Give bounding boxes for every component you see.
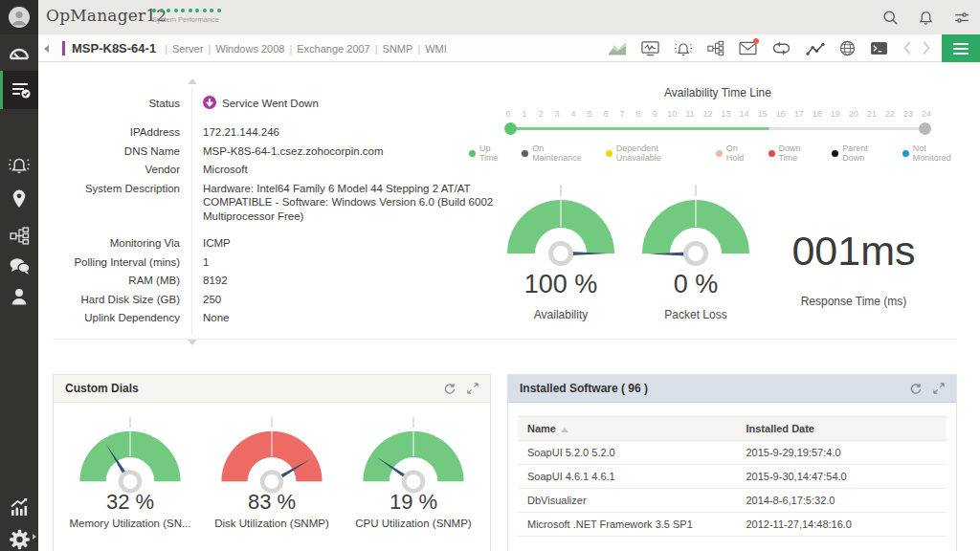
prev-page-icon[interactable]	[902, 39, 913, 56]
performance-chart-icon[interactable]	[608, 40, 627, 56]
terminal-icon[interactable]	[870, 41, 888, 55]
timeline-tick: 7	[618, 109, 626, 119]
timeline-tick: 0	[504, 109, 512, 119]
back-icon[interactable]	[44, 45, 49, 53]
speedometer-icon	[8, 43, 31, 64]
report-chart-icon	[9, 497, 30, 517]
software-installed-date: 2012-11-27,14:48:16.0	[736, 513, 947, 537]
sort-asc-icon	[561, 428, 568, 432]
detail-row: Uplink DependencyNone	[57, 309, 498, 328]
app-logo: OpManager12	[46, 6, 167, 25]
line-graph-icon[interactable]	[806, 41, 825, 56]
expand-icon[interactable]	[467, 383, 479, 395]
dial-value: 83 %	[202, 490, 342, 515]
refresh-icon[interactable]	[909, 383, 922, 395]
table-row[interactable]: Microsoft .NET Framework 3.5 SP12012-11-…	[518, 513, 947, 537]
legend-label: Parent Down	[842, 143, 892, 163]
gauge-tick	[271, 417, 273, 456]
monitor-graph-icon[interactable]	[641, 40, 659, 56]
topology-icon	[10, 227, 30, 245]
dial-value: 32 %	[60, 490, 200, 515]
breadcrumb: |Server|Windows 2008|Exchange 2007|SNMP|…	[160, 43, 447, 55]
dial-gauge	[77, 428, 185, 481]
legend-label: On Maintenance	[532, 143, 595, 163]
timeline-tick: 13	[722, 109, 731, 119]
sidebar-item-inventory[interactable]	[0, 71, 38, 109]
status-dots	[152, 9, 221, 12]
timeline-tick: 15	[758, 109, 768, 119]
timeline-uptime-segment	[510, 127, 769, 130]
breadcrumb-item[interactable]: SNMP	[383, 43, 413, 55]
settings-sliders-icon[interactable]	[953, 10, 970, 26]
detail-value: 172.21.144.246	[180, 125, 498, 140]
timeline-tick: 6	[602, 109, 610, 119]
alarm-bell-icon	[8, 155, 31, 175]
sidebar-item-topology[interactable]	[0, 220, 38, 251]
detail-value: Microsoft	[180, 163, 498, 177]
detail-label: Polling Interval (mins)	[57, 255, 180, 270]
search-icon[interactable]	[882, 10, 899, 26]
detail-label: System Description	[57, 182, 180, 224]
breadcrumb-item[interactable]: Windows 2008	[215, 43, 284, 55]
legend-label: On Hold	[726, 143, 758, 163]
refresh-icon[interactable]	[443, 383, 456, 395]
sidebar-item-chat[interactable]	[0, 251, 38, 281]
alarm-bell-icon[interactable]	[674, 40, 693, 57]
table-row[interactable]: DbVisualizer2014-8-6,17:5:32.0	[518, 489, 947, 513]
dial-gauge	[360, 428, 468, 481]
timeline-tick: 2	[537, 109, 545, 119]
response-time: 001ms Response Time (ms)	[758, 228, 949, 308]
next-page-icon[interactable]	[921, 39, 932, 56]
detail-text: MSP-K8S-64-1.csez.zohocorpin.com	[203, 144, 384, 159]
legend-label: Not Monitored	[913, 143, 967, 163]
timeline-tick: 3	[553, 109, 561, 119]
breadcrumb-item[interactable]: Server	[172, 43, 203, 55]
notifications-bell-icon[interactable]	[918, 10, 934, 26]
dial-label: Disk Utilization (SNMP)	[202, 518, 342, 529]
breadcrumb-separator: |	[208, 43, 211, 55]
expand-icon[interactable]	[933, 383, 945, 395]
device-details: StatusService Went DownIPAddress172.21.1…	[57, 94, 498, 327]
section-divider	[53, 339, 957, 340]
timeline-tick: 23	[903, 109, 913, 119]
globe-icon[interactable]	[839, 40, 856, 56]
column-header-name[interactable]: Name	[518, 417, 736, 441]
avatar[interactable]	[0, 0, 38, 34]
custom-dial: 83 %Disk Utilization (SNMP)	[202, 428, 342, 529]
sidebar-item-reports[interactable]	[0, 492, 38, 522]
timeline-tick: 1	[521, 109, 528, 119]
topology-icon[interactable]	[707, 40, 724, 56]
chat-bubbles-icon	[9, 257, 31, 276]
menu-button[interactable]	[942, 34, 980, 62]
sidebar-item-alarms[interactable]	[0, 149, 38, 180]
scroll-up-icon[interactable]	[188, 78, 197, 84]
breadcrumb-item[interactable]: Exchange 2007	[297, 43, 369, 55]
detail-label: IPAddress	[57, 125, 180, 140]
gauge-hub	[683, 241, 708, 266]
timeline-tick: 19	[831, 109, 840, 119]
software-name: Microsoft .NET Framework 3.5 SP1	[518, 513, 736, 537]
mail-icon[interactable]	[739, 41, 757, 55]
workflow-loop-icon[interactable]	[771, 41, 791, 55]
sidebar-item-maps[interactable]	[0, 184, 38, 214]
detail-text: Service Went Down	[222, 97, 319, 111]
software-name: SoapUI 4.6.1 4.6.1	[518, 465, 736, 489]
detail-text: ICMP	[203, 236, 231, 251]
sidebar-item-dashboard[interactable]	[0, 38, 38, 69]
detail-text: 172.21.144.246	[203, 125, 279, 140]
gauge-hub	[402, 470, 425, 493]
sidebar-item-settings[interactable]	[0, 524, 38, 551]
sidebar-item-users[interactable]	[0, 281, 38, 312]
detail-text: Microsoft	[203, 163, 248, 177]
detail-value: ICMP	[180, 236, 498, 251]
scroll-down-icon[interactable]	[188, 340, 197, 345]
legend-item: Parent Down	[832, 143, 892, 163]
column-header-installed-date[interactable]: Installed Date	[736, 417, 947, 441]
table-row[interactable]: SoapUI 4.6.1 4.6.12015-9-30,14:47:54.0	[518, 465, 947, 489]
detail-value: MSP-K8S-64-1.csez.zohocorpin.com	[180, 144, 498, 159]
detail-row: VendorMicrosoft	[57, 161, 498, 180]
table-row[interactable]: SoapUI 5.2.0 5.2.02015-9-29,19:57:4.0	[518, 441, 947, 465]
legend-dot-icon	[832, 150, 838, 157]
breadcrumb-item[interactable]: WMI	[425, 43, 447, 55]
legend-dot-icon	[768, 150, 775, 157]
